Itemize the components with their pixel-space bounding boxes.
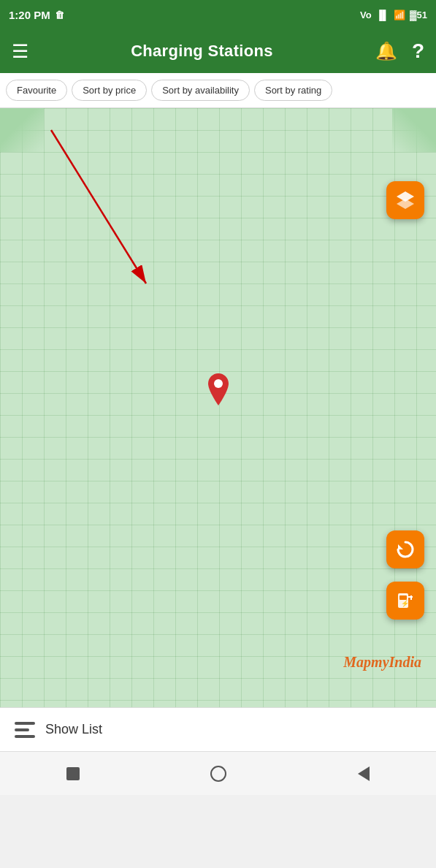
- status-left: 1:20 PM 🗑: [9, 9, 64, 21]
- list-line-3: [15, 735, 35, 738]
- app-bar-title: Charging Stations: [131, 42, 273, 61]
- status-bar: 1:20 PM 🗑 Vo ▐▌ 📶 ▓51: [0, 0, 436, 29]
- nav-bar: [0, 751, 436, 795]
- battery-icon: ▓51: [410, 9, 427, 20]
- app-bar-icons: 🔔 ?: [375, 39, 424, 63]
- fab-charging-button[interactable]: ⚡: [386, 582, 424, 620]
- filter-sort-rating[interactable]: Sort by rating: [254, 80, 332, 101]
- help-icon[interactable]: ?: [412, 39, 424, 63]
- map-container[interactable]: ⚡ MapmyIndia: [0, 108, 436, 707]
- nav-home[interactable]: [202, 758, 234, 790]
- map-pin[interactable]: [205, 373, 232, 406]
- status-time: 1:20 PM: [9, 9, 50, 21]
- status-right: Vo ▐▌ 📶 ▓51: [360, 9, 427, 20]
- signal-icon: ▐▌: [376, 9, 389, 20]
- volte-icon: Vo: [360, 9, 372, 20]
- svg-marker-4: [397, 199, 414, 209]
- app-bar: ☰ Charging Stations 🔔 ?: [0, 29, 436, 73]
- nav-back[interactable]: [348, 758, 380, 790]
- show-list-bar[interactable]: Show List: [0, 707, 436, 751]
- nav-square-icon: [66, 767, 80, 780]
- fab-refresh-button[interactable]: [386, 530, 424, 568]
- menu-icon[interactable]: ☰: [12, 40, 28, 63]
- show-list-icon: [15, 722, 35, 738]
- map-corner-tl: [0, 108, 44, 152]
- wifi-icon: 📶: [394, 9, 405, 20]
- svg-marker-5: [398, 544, 403, 549]
- filter-sort-price[interactable]: Sort by price: [72, 80, 147, 101]
- map-grid: [0, 108, 436, 707]
- nav-circle-icon: [210, 766, 226, 782]
- nav-recent-apps[interactable]: [57, 758, 89, 790]
- fab-layers-button[interactable]: [386, 181, 424, 219]
- svg-text:⚡: ⚡: [401, 599, 410, 608]
- delete-icon: 🗑: [55, 9, 64, 20]
- list-line-2: [15, 728, 29, 731]
- list-line-1: [15, 722, 35, 725]
- map-watermark: MapmyIndia: [343, 654, 421, 671]
- nav-back-icon: [358, 766, 370, 781]
- svg-point-2: [214, 379, 223, 388]
- filter-sort-availability[interactable]: Sort by availability: [151, 80, 250, 101]
- show-list-label: Show List: [45, 722, 102, 737]
- notification-icon[interactable]: 🔔: [375, 41, 397, 61]
- filter-bar: Favourite Sort by price Sort by availabi…: [0, 73, 436, 108]
- map-corner-tr: [392, 108, 436, 152]
- filter-favourite[interactable]: Favourite: [6, 80, 67, 101]
